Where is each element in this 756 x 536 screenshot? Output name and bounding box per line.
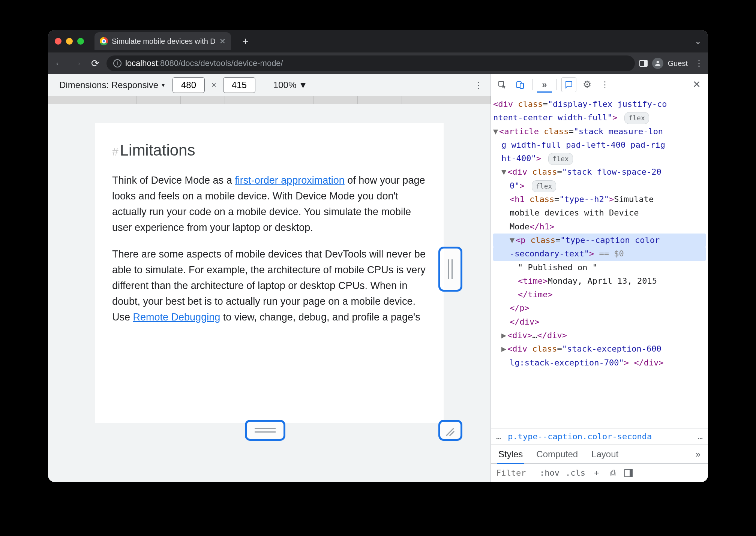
cls-toggle[interactable]: .cls: [566, 468, 585, 478]
url-display: localhost:8080/docs/devtools/device-mode…: [125, 58, 283, 68]
titlebar: Simulate mobile devices with D ✕ + ⌄: [48, 30, 708, 52]
new-style-rule-icon[interactable]: +: [591, 468, 602, 478]
devtools-panel: » ⚙ ⋮ ✕ <div class="display-flex justify…: [490, 74, 708, 482]
minimize-window-button[interactable]: [66, 38, 73, 45]
chevron-down-icon: ▼: [298, 80, 308, 90]
close-tab-icon[interactable]: ✕: [219, 37, 226, 46]
browser-menu-icon[interactable]: ⋮: [694, 58, 704, 68]
styles-filter-input[interactable]: [496, 468, 534, 478]
page-paragraph: Think of Device Mode as a first-order ap…: [112, 173, 426, 235]
more-tabs-icon[interactable]: »: [696, 449, 700, 460]
dimensions-selector[interactable]: Dimensions: Responsive ▼: [59, 80, 166, 90]
tab-styles[interactable]: Styles: [498, 449, 523, 460]
window-controls: [55, 38, 84, 45]
address-bar: ← → ⟳ i localhost:8080/docs/devtools/dev…: [48, 52, 708, 74]
device-toolbar-menu-icon[interactable]: ⋮: [474, 80, 483, 90]
dom-breadcrumb[interactable]: … p.type--caption.color-seconda …: [491, 428, 708, 445]
width-input[interactable]: [172, 77, 205, 93]
forward-button[interactable]: →: [70, 58, 84, 69]
dimensions-label: Dimensions: Responsive: [59, 80, 158, 90]
devtools-menu-icon[interactable]: ⋮: [597, 77, 612, 92]
omnibox[interactable]: i localhost:8080/docs/devtools/device-mo…: [106, 55, 635, 71]
anchor-hash-icon[interactable]: #: [112, 145, 118, 158]
inspect-icon[interactable]: [495, 77, 510, 92]
profile-avatar[interactable]: [652, 58, 663, 69]
breadcrumb-ellipsis[interactable]: …: [496, 432, 501, 441]
device-toolbar: Dimensions: Responsive ▼ × 100% ▼ ⋮: [48, 74, 490, 96]
maximize-window-button[interactable]: [77, 38, 84, 45]
hov-toggle[interactable]: :hov: [540, 468, 560, 478]
resize-handle-right[interactable]: [438, 247, 462, 292]
side-panel-icon[interactable]: [639, 60, 648, 67]
more-tabs-icon[interactable]: »: [537, 77, 552, 92]
tab-computed[interactable]: Computed: [536, 449, 578, 460]
simulated-page[interactable]: #Limitations Think of Device Mode as a f…: [95, 123, 444, 423]
device-toggle-icon[interactable]: [513, 77, 528, 92]
close-window-button[interactable]: [55, 38, 62, 45]
page-paragraph: There are some aspects of mobile devices…: [112, 247, 426, 325]
selected-dom-node[interactable]: ▼<p class="type--caption color: [493, 234, 706, 247]
svg-rect-2: [520, 83, 524, 88]
chat-icon[interactable]: [561, 77, 576, 92]
chevron-down-icon: ▼: [160, 82, 166, 88]
breadcrumb-current[interactable]: p.type--caption.color-seconda: [508, 432, 652, 441]
height-input[interactable]: [223, 77, 255, 93]
page-heading: #Limitations: [112, 138, 426, 162]
multiply-label: ×: [212, 80, 216, 90]
new-tab-button[interactable]: +: [240, 35, 251, 47]
horizontal-ruler: [48, 96, 490, 104]
tabs-dropdown-icon[interactable]: ⌄: [695, 37, 701, 46]
back-button[interactable]: ←: [52, 58, 66, 69]
elements-dom-tree[interactable]: <div class="display-flex justify-co nten…: [491, 95, 708, 428]
site-info-icon[interactable]: i: [113, 59, 122, 67]
close-devtools-icon[interactable]: ✕: [689, 77, 704, 92]
computed-styles-icon[interactable]: ⎙: [608, 468, 618, 478]
zoom-selector[interactable]: 100% ▼: [273, 80, 308, 90]
toggle-sidebar-icon[interactable]: [624, 469, 633, 477]
styles-tabs: Styles Computed Layout »: [491, 445, 708, 463]
devtools-tabs: » ⚙ ⋮ ✕: [491, 74, 708, 95]
browser-tab[interactable]: Simulate mobile devices with D ✕: [94, 32, 231, 50]
resize-handle-bottom[interactable]: [245, 420, 285, 441]
browser-window: Simulate mobile devices with D ✕ + ⌄ ← →…: [48, 30, 708, 482]
resize-handle-corner[interactable]: [438, 420, 462, 441]
device-mode-viewport: Dimensions: Responsive ▼ × 100% ▼ ⋮ #Lim…: [48, 74, 490, 482]
reload-button[interactable]: ⟳: [88, 58, 102, 69]
breadcrumb-ellipsis[interactable]: …: [698, 432, 703, 441]
zoom-label: 100%: [273, 80, 296, 90]
chrome-icon: [100, 37, 108, 45]
settings-gear-icon[interactable]: ⚙: [579, 77, 594, 92]
styles-filter-row: :hov .cls + ⎙: [491, 463, 708, 482]
profile-label[interactable]: Guest: [668, 59, 688, 68]
link-remote-debugging[interactable]: Remote Debugging: [133, 311, 220, 323]
tab-title: Simulate mobile devices with D: [112, 37, 216, 46]
tab-layout[interactable]: Layout: [591, 449, 618, 460]
link-first-order[interactable]: first-order approximation: [235, 175, 345, 186]
